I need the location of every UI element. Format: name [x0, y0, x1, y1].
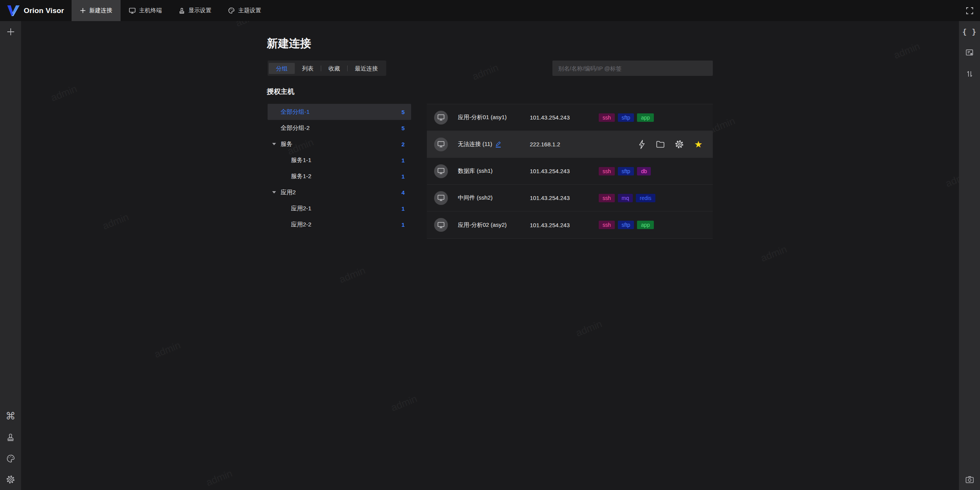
sftp-folder-button[interactable] — [656, 141, 665, 148]
host-search — [552, 61, 713, 76]
tree-item[interactable]: 服务1-2 1 — [268, 168, 411, 184]
plus-icon — [7, 28, 15, 36]
host-row[interactable]: 应用-分析01 (asy1) 101.43.254.243 ssh sftp a… — [427, 104, 713, 131]
tag-badge: redis — [636, 194, 655, 202]
monitor-icon — [438, 168, 444, 174]
host-ip: 101.43.254.243 — [530, 222, 599, 228]
monitor-icon — [129, 8, 136, 14]
tree-item[interactable]: 服务1-1 1 — [268, 152, 411, 168]
host-tags: ssh sftp app — [599, 113, 654, 122]
tag-badge: ssh — [599, 194, 615, 202]
screenshot-camera-button[interactable] — [959, 469, 980, 490]
host-count-badge: 5 — [402, 125, 411, 131]
fullscreen-button[interactable] — [959, 0, 980, 21]
host-row[interactable]: 中间件 (ssh2) 101.43.254.243 ssh mq redis — [427, 185, 713, 211]
host-name: 应用-分析01 (asy1) — [458, 114, 530, 121]
left-toolbar-spacer — [0, 42, 21, 406]
tag-badge: ssh — [599, 167, 615, 175]
expand-arrow-icon[interactable] — [272, 191, 276, 193]
app-logo[interactable]: Orion Visor — [0, 0, 72, 21]
theme-settings-button[interactable] — [0, 448, 21, 469]
tag-badge: app — [637, 221, 653, 229]
host-count-badge: 1 — [402, 173, 411, 180]
view-mode-tabs: 分组 列表 收藏 最近连接 — [268, 61, 386, 76]
host-ip: 101.43.254.243 — [530, 195, 599, 201]
edit-name-button[interactable] — [496, 141, 501, 147]
host-count-badge: 5 — [402, 109, 411, 115]
favorite-star-button[interactable] — [694, 140, 702, 149]
sort-order-button[interactable] — [959, 63, 980, 84]
host-search-input[interactable] — [552, 61, 713, 76]
host-row[interactable]: 数据库 (ssh1) 101.43.254.243 ssh sftp db — [427, 158, 713, 185]
view-tab-list[interactable]: 列表 — [295, 63, 321, 74]
left-toolbar — [0, 21, 21, 490]
host-name: 数据库 (ssh1) — [458, 167, 530, 175]
tag-badge: ssh — [599, 221, 615, 229]
tree-item[interactable]: 应用2-2 1 — [268, 216, 411, 233]
nav-tab-new-connection[interactable]: 新建连接 — [72, 0, 121, 21]
host-avatar — [434, 111, 448, 125]
stamp-icon — [7, 433, 15, 441]
host-count-badge: 4 — [402, 189, 411, 196]
palette-icon — [7, 454, 15, 463]
palette-icon — [228, 7, 235, 14]
host-tags: ssh sftp db — [599, 167, 651, 175]
group-tree: 全部分组-1 5 全部分组-2 5 服务 2 服务1-1 1 服务1-2 1 应… — [268, 104, 411, 233]
host-tags: ssh sftp app — [599, 221, 654, 229]
app-title: Orion Visor — [24, 7, 64, 15]
right-toolbar-spacer — [959, 84, 980, 469]
tree-item[interactable]: 服务 2 — [268, 136, 411, 152]
host-name: 应用-分析02 (asy2) — [458, 221, 530, 229]
host-ip: 101.43.254.243 — [530, 168, 599, 174]
host-avatar — [434, 164, 448, 178]
tag-badge: mq — [618, 194, 633, 202]
sort-arrows-icon — [966, 70, 973, 78]
camera-icon — [965, 476, 974, 483]
host-ip: 222.168.1.2 — [530, 141, 599, 147]
command-shortcuts-button[interactable] — [0, 406, 21, 427]
nav-tab-theme-settings[interactable]: 主题设置 — [220, 0, 270, 21]
tree-item[interactable]: 应用2-1 1 — [268, 200, 411, 216]
host-count-badge: 1 — [402, 221, 411, 228]
host-count-badge: 1 — [402, 157, 411, 164]
gear-icon — [675, 140, 684, 149]
tag-badge: app — [637, 113, 653, 122]
view-tab-favorites[interactable]: 收藏 — [321, 63, 347, 74]
host-count-badge: 1 — [402, 205, 411, 212]
orion-visor-logo-icon — [7, 5, 20, 16]
host-row[interactable]: 无法连接 (11) 222.168.1.2 — [427, 131, 713, 158]
host-avatar — [434, 191, 448, 205]
top-bar: Orion Visor 新建连接 主机终端 显示设置 主题设置 — [0, 0, 980, 21]
host-count-badge: 2 — [402, 141, 411, 147]
host-row-actions — [638, 140, 713, 149]
bookmark-document-button[interactable] — [959, 42, 980, 63]
tag-badge: sftp — [618, 221, 634, 229]
tree-item[interactable]: 全部分组-2 5 — [268, 120, 411, 136]
new-connection-plus-button[interactable] — [0, 21, 21, 42]
main-nav: 新建连接 主机终端 显示设置 主题设置 — [72, 0, 270, 21]
nav-tab-display-settings[interactable]: 显示设置 — [170, 0, 220, 21]
plus-icon — [80, 8, 86, 13]
view-tab-group[interactable]: 分组 — [269, 63, 295, 74]
host-name: 无法连接 (11) — [458, 141, 530, 148]
terminal-connect-button[interactable] — [638, 140, 646, 149]
tree-item[interactable]: 全部分组-1 5 — [268, 104, 411, 120]
json-config-button[interactable] — [959, 21, 980, 42]
monitor-icon — [438, 141, 444, 147]
host-name: 中间件 (ssh2) — [458, 194, 530, 202]
host-settings-button[interactable] — [675, 140, 684, 149]
host-row[interactable]: 应用-分析02 (asy2) 101.43.254.243 ssh sftp a… — [427, 211, 713, 238]
tree-item[interactable]: 应用2 4 — [268, 184, 411, 200]
display-settings-button[interactable] — [0, 427, 21, 448]
nav-tab-host-terminal[interactable]: 主机终端 — [121, 0, 170, 21]
fullscreen-icon — [966, 7, 973, 15]
view-tab-recent[interactable]: 最近连接 — [348, 63, 385, 74]
host-ip: 101.43.254.243 — [530, 114, 599, 121]
tag-badge: ssh — [599, 113, 615, 122]
host-avatar — [434, 218, 448, 232]
expand-arrow-icon[interactable] — [272, 143, 276, 145]
document-bookmark-icon — [965, 49, 973, 57]
monitor-icon — [438, 114, 444, 121]
settings-gear-button[interactable] — [0, 469, 21, 490]
tag-badge: db — [637, 167, 651, 175]
